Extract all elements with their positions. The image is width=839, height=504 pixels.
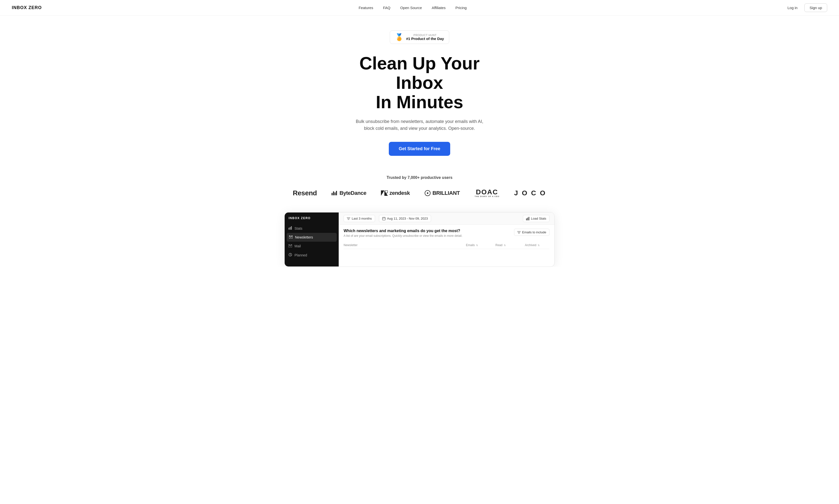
login-button[interactable]: Log in — [784, 4, 801, 12]
logos-row: Resend ByteDance zendesk BRILLIANT — [5, 189, 834, 198]
calendar-icon — [382, 217, 386, 220]
logo-joco: J O C O — [514, 189, 546, 197]
table-header: Newsletter Emails ⇅ Read ⇅ Archived ⇅ — [344, 241, 549, 249]
nav-link-open-source[interactable]: Open Source — [400, 6, 422, 10]
get-started-button[interactable]: Get Started for Free — [389, 142, 450, 156]
svg-line-11 — [290, 255, 291, 255]
sidebar-item-newsletters-label: Newsletters — [295, 235, 313, 239]
svg-point-3 — [427, 192, 428, 194]
sidebar-item-mail-label: Mail — [294, 244, 301, 248]
nav-links: Features FAQ Open Source Affiliates Pric… — [359, 6, 467, 10]
archived-col-header[interactable]: Archived ⇅ — [525, 244, 549, 247]
nav-link-pricing[interactable]: Pricing — [455, 6, 467, 10]
emails-to-include-label: Emails to include — [522, 230, 546, 234]
ph-label: PRODUCT HUNT — [406, 34, 444, 37]
read-sort-icon: ⇅ — [504, 244, 506, 247]
hero-title: Clean Up Your Inbox In Minutes — [333, 54, 506, 112]
svg-rect-2 — [385, 191, 388, 193]
logo-brilliant: BRILLIANT — [425, 190, 460, 196]
svg-rect-21 — [529, 217, 529, 220]
signup-button[interactable]: Sign up — [804, 3, 827, 12]
hero-subtitle: Bulk unsubscribe from newsletters, autom… — [356, 118, 483, 132]
svg-marker-0 — [381, 191, 384, 196]
svg-rect-5 — [290, 227, 291, 230]
navbar: INBOX ZERO Features FAQ Open Source Affi… — [0, 0, 839, 16]
date-range-label: Last 3 months — [352, 217, 372, 220]
logo-resend: Resend — [293, 189, 317, 197]
logo-zendesk: zendesk — [381, 190, 410, 196]
bytedance-icon — [331, 191, 337, 195]
app-sidebar: INBOX ZERO Stats Newsletters — [285, 213, 339, 267]
archived-sort-icon: ⇅ — [538, 244, 540, 247]
nav-auth: Log in Sign up — [784, 3, 827, 12]
planned-icon — [289, 253, 292, 257]
content-subtitle: A list of are your email subscriptions. … — [344, 234, 462, 237]
load-stats-button[interactable]: Load Stats — [523, 215, 549, 222]
ph-title: #1 Product of the Day — [406, 37, 444, 41]
emails-filter-icon — [517, 231, 521, 234]
svg-rect-20 — [527, 218, 528, 220]
sidebar-item-newsletters[interactable]: Newsletters — [287, 233, 337, 242]
emails-col-header[interactable]: Emails ⇅ — [466, 244, 485, 247]
svg-rect-15 — [382, 217, 386, 220]
sidebar-item-stats[interactable]: Stats — [285, 224, 339, 233]
date-picker-button[interactable]: Aug 11, 2023 - Nov 09, 2023 — [379, 215, 431, 222]
trusted-label: Trusted by 7,000+ productive users — [5, 176, 834, 180]
content-title: Which newsletters and marketing emails d… — [344, 229, 462, 233]
sidebar-item-mail[interactable]: Mail — [285, 242, 339, 251]
sidebar-item-planned-label: Planned — [294, 253, 307, 257]
app-toolbar: Last 3 months Aug 11, 2023 - Nov 09, 202… — [339, 213, 554, 225]
filter-lines-icon — [347, 217, 350, 220]
product-hunt-badge: 🏅 PRODUCT HUNT #1 Product of the Day — [390, 31, 449, 44]
nav-link-affiliates[interactable]: Affiliates — [432, 6, 446, 10]
app-preview-section: INBOX ZERO Stats Newsletters — [0, 202, 839, 267]
sidebar-item-stats-label: Stats — [294, 227, 302, 230]
emails-to-include-button[interactable]: Emails to include — [514, 229, 549, 236]
stats-icon — [289, 226, 292, 230]
nav-logo: INBOX ZERO — [12, 5, 42, 10]
svg-rect-19 — [526, 218, 527, 220]
logo-bytedance: ByteDance — [331, 190, 366, 196]
logo-doac: DOAC THE DIARY OF A CEO — [475, 189, 499, 198]
sidebar-item-planned[interactable]: Planned — [285, 251, 339, 259]
newsletter-col-header[interactable]: Newsletter — [344, 244, 456, 247]
app-window: INBOX ZERO Stats Newsletters — [285, 213, 554, 267]
trophy-icon: 🏅 — [395, 33, 404, 41]
app-preview-wrapper: INBOX ZERO Stats Newsletters — [285, 212, 554, 267]
date-range-button[interactable]: Last 3 months — [344, 215, 375, 222]
app-main: Last 3 months Aug 11, 2023 - Nov 09, 202… — [339, 213, 554, 267]
newsletters-icon — [289, 235, 292, 239]
svg-rect-4 — [289, 228, 289, 230]
trusted-section: Trusted by 7,000+ productive users Resen… — [0, 166, 839, 202]
app-content: Which newsletters and marketing emails d… — [339, 225, 554, 253]
load-stats-label: Load Stats — [531, 217, 546, 220]
mail-icon — [289, 244, 292, 248]
zendesk-icon — [381, 191, 388, 196]
nav-link-faq[interactable]: FAQ — [383, 6, 390, 10]
nav-link-features[interactable]: Features — [359, 6, 373, 10]
hero-section: 🏅 PRODUCT HUNT #1 Product of the Day Cle… — [0, 16, 839, 166]
load-stats-icon — [526, 217, 530, 220]
date-label: Aug 11, 2023 - Nov 09, 2023 — [387, 217, 428, 220]
brilliant-icon — [425, 190, 431, 196]
sidebar-logo: INBOX ZERO — [285, 216, 339, 224]
svg-rect-6 — [291, 226, 292, 230]
read-col-header[interactable]: Read ⇅ — [495, 244, 515, 247]
emails-sort-icon: ⇅ — [476, 244, 478, 247]
